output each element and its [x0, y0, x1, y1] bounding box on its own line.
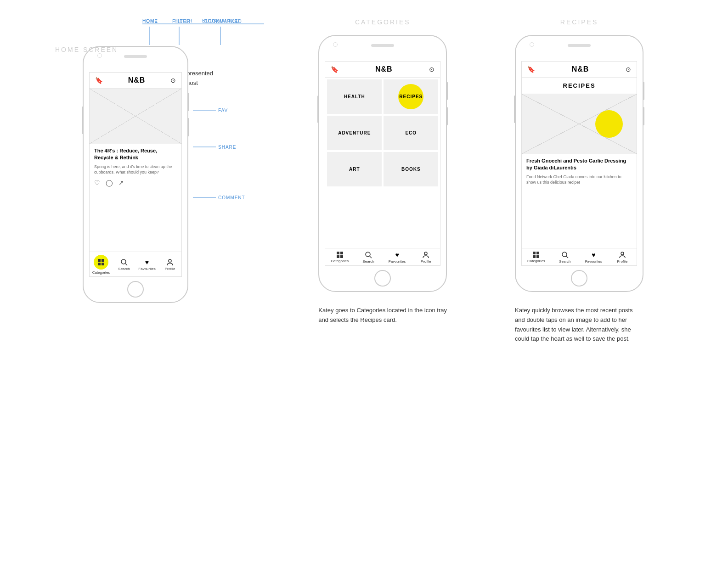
- svg-point-26: [424, 252, 427, 255]
- more-icon-3[interactable]: ⊙: [626, 66, 631, 73]
- section-label-2: CATEGORIES: [355, 18, 411, 26]
- nav-favourites-1[interactable]: ♥ Favourites: [138, 259, 156, 271]
- search-icon-3: [561, 251, 569, 259]
- category-art[interactable]: ART: [327, 152, 382, 186]
- nav-label-search-1: Search: [118, 267, 130, 271]
- nav-categories-1[interactable]: Categories: [92, 255, 110, 275]
- svg-rect-27: [533, 252, 536, 254]
- profile-icon-2: [422, 251, 429, 259]
- svg-rect-28: [536, 252, 539, 254]
- more-icon-1[interactable]: ⊙: [170, 77, 176, 84]
- nav-search-3[interactable]: Search: [556, 251, 574, 264]
- side-button-right-5: [643, 82, 644, 100]
- home-button-2[interactable]: [374, 270, 391, 287]
- bookmark-icon-2[interactable]: 🔖: [331, 66, 339, 73]
- svg-rect-22: [337, 255, 339, 258]
- svg-line-32: [566, 256, 568, 258]
- nav-label-profile-2: Profile: [421, 259, 431, 264]
- nav-favourites-2[interactable]: ♥ Favourites: [388, 251, 406, 264]
- svg-point-13: [169, 259, 171, 262]
- screen-content-3: RECIPES Fresh Gnocchi and Pesto Garlic D…: [522, 78, 637, 248]
- side-button-right-4: [446, 107, 448, 125]
- side-button-left-3: [514, 96, 516, 123]
- like-icon[interactable]: ♡: [94, 179, 100, 186]
- recipe-image: [522, 94, 637, 154]
- svg-rect-20: [337, 252, 339, 254]
- recipe-screen-header: RECIPES: [522, 78, 637, 94]
- screen-content-1: The 4R's : Reduce, Reuse, Recycle & Reth…: [90, 89, 181, 252]
- nav-profile-3[interactable]: Profile: [613, 251, 632, 264]
- svg-rect-21: [340, 252, 343, 254]
- heart-icon-2: ♥: [395, 251, 399, 259]
- nav-label-profile-1: Profile: [165, 267, 175, 271]
- more-icon-2[interactable]: ⊙: [429, 66, 435, 73]
- bookmark-icon[interactable]: 🔖: [95, 77, 103, 84]
- svg-text:FILTER: FILTER: [172, 19, 191, 24]
- category-health[interactable]: HEALTH: [327, 79, 382, 114]
- category-recipes[interactable]: RECIPES: [384, 79, 438, 114]
- home-button-1[interactable]: [127, 281, 144, 298]
- category-eco[interactable]: ECO: [384, 116, 438, 150]
- heart-icon-1: ♥: [145, 259, 149, 266]
- category-eco-label: ECO: [405, 130, 417, 135]
- side-button-left-2: [317, 96, 319, 123]
- recipe-info: Fresh Gnocchi and Pesto Garlic Dressing …: [522, 154, 637, 189]
- svg-point-33: [621, 252, 624, 255]
- nav-categories-3[interactable]: Categories: [527, 252, 545, 263]
- phone-screen-1: 🔖 N&B ⊙: [89, 72, 182, 277]
- svg-text:BOOKMARKED: BOOKMARKED: [204, 19, 242, 24]
- nav-profile-1[interactable]: Profile: [161, 259, 179, 271]
- bottom-nav-1: Categories Search ♥: [90, 252, 181, 276]
- comment-icon[interactable]: ◯: [106, 179, 113, 186]
- article-title-1: The 4R's : Reduce, Reuse, Recycle & Reth…: [94, 147, 177, 162]
- nav-profile-2[interactable]: Profile: [417, 251, 435, 264]
- nav-label-categories-2: Categories: [331, 259, 349, 263]
- phone-frame-1: 🔖 N&B ⊙: [83, 46, 188, 303]
- nav-search-1[interactable]: Search: [115, 259, 133, 271]
- phone-frame-3: 🔖 N&B ⊙ RECIPES Fresh Gnocchi and Pesto …: [515, 35, 643, 292]
- category-adventure[interactable]: ADVENTURE: [327, 116, 382, 150]
- svg-rect-10: [102, 263, 104, 265]
- svg-point-31: [562, 252, 567, 257]
- svg-text:HOME: HOME: [142, 19, 158, 24]
- categories-grid: HEALTH RECIPES ADVENTURE: [325, 78, 440, 188]
- article-content-1: The 4R's : Reduce, Reuse, Recycle & Reth…: [90, 144, 181, 190]
- recipes-highlight-circle: RECIPES: [398, 84, 423, 109]
- home-button-3[interactable]: [571, 270, 587, 287]
- nav-label-search-3: Search: [559, 259, 570, 264]
- svg-rect-30: [536, 255, 539, 258]
- category-recipes-label: RECIPES: [399, 94, 423, 99]
- nav-label-favourites-2: Favourites: [389, 259, 406, 264]
- nav-categories-2[interactable]: Categories: [331, 252, 349, 263]
- bottom-nav-2: Categories Search ♥ Favourites: [325, 248, 440, 265]
- grid-icon-2: [337, 252, 343, 258]
- bookmark-icon-3[interactable]: 🔖: [527, 66, 535, 73]
- nav-search-2[interactable]: Search: [359, 251, 378, 264]
- app-header-1: 🔖 N&B ⊙: [90, 73, 181, 89]
- nav-label-favourites-1: Favourites: [138, 267, 155, 271]
- nav-label-categories-3: Categories: [527, 259, 545, 263]
- recipe-yellow-circle: [595, 110, 623, 138]
- screen-content-2: HEALTH RECIPES ADVENTURE: [325, 78, 440, 248]
- nav-label-favourites-3: Favourites: [585, 259, 602, 264]
- side-button-right-3: [446, 82, 448, 100]
- phone-screen-3: 🔖 N&B ⊙ RECIPES Fresh Gnocchi and Pesto …: [521, 61, 637, 266]
- app-title-2: N&B: [375, 65, 393, 73]
- description-3: Katey quickly browses the most recent po…: [515, 306, 643, 344]
- svg-line-12: [125, 264, 127, 265]
- search-icon-2: [365, 251, 372, 259]
- share-icon-1[interactable]: ↗: [119, 179, 124, 186]
- svg-rect-9: [98, 263, 101, 265]
- nav-favourites-3[interactable]: ♥ Favourites: [584, 251, 603, 264]
- grid-icon-3: [533, 252, 539, 258]
- phone-screen-2: 🔖 N&B ⊙ HEALTH RECIPES: [325, 61, 440, 266]
- app-header-3: 🔖 N&B ⊙: [522, 62, 637, 78]
- category-adventure-label: ADVENTURE: [338, 130, 371, 135]
- side-button-left-1: [82, 107, 84, 134]
- categories-icon-wrap: [94, 255, 108, 270]
- category-books[interactable]: BOOKS: [384, 152, 438, 186]
- svg-rect-23: [340, 255, 343, 258]
- category-art-label: ART: [349, 167, 360, 172]
- nav-label-search-2: Search: [362, 259, 374, 264]
- annotation-lines-top: HOME FILTER BOOKMARKED: [83, 18, 276, 46]
